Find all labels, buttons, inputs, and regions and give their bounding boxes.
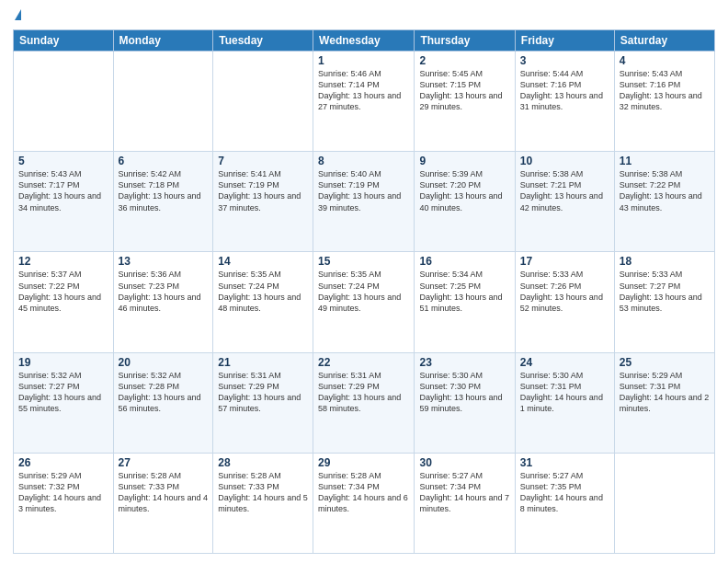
calendar-cell: 5Sunrise: 5:43 AMSunset: 7:17 PMDaylight… xyxy=(14,152,114,252)
day-number: 22 xyxy=(318,356,409,369)
day-number: 31 xyxy=(520,456,609,469)
calendar-cell: 14Sunrise: 5:35 AMSunset: 7:24 PMDayligh… xyxy=(213,252,313,352)
day-detail: Sunrise: 5:40 AMSunset: 7:19 PMDaylight:… xyxy=(318,168,409,213)
day-detail: Sunrise: 5:39 AMSunset: 7:20 PMDaylight:… xyxy=(419,168,509,213)
week-row-2: 5Sunrise: 5:43 AMSunset: 7:17 PMDaylight… xyxy=(14,152,715,252)
day-number: 30 xyxy=(419,456,509,469)
header xyxy=(13,9,715,22)
day-detail: Sunrise: 5:32 AMSunset: 7:28 PMDaylight:… xyxy=(119,370,209,415)
week-row-3: 12Sunrise: 5:37 AMSunset: 7:22 PMDayligh… xyxy=(14,252,715,352)
day-number: 29 xyxy=(318,456,409,469)
calendar-cell: 21Sunrise: 5:31 AMSunset: 7:29 PMDayligh… xyxy=(213,352,313,453)
calendar-cell: 24Sunrise: 5:30 AMSunset: 7:31 PMDayligh… xyxy=(515,352,614,453)
day-number: 20 xyxy=(119,356,209,369)
day-detail: Sunrise: 5:28 AMSunset: 7:33 PMDaylight:… xyxy=(119,470,209,515)
day-detail: Sunrise: 5:44 AMSunset: 7:16 PMDaylight:… xyxy=(520,68,609,113)
calendar-cell: 22Sunrise: 5:31 AMSunset: 7:29 PMDayligh… xyxy=(313,352,415,453)
weekday-header-monday: Monday xyxy=(113,30,213,52)
weekday-header-friday: Friday xyxy=(515,30,614,52)
day-detail: Sunrise: 5:29 AMSunset: 7:31 PMDaylight:… xyxy=(620,370,710,415)
day-number: 28 xyxy=(218,456,308,469)
day-detail: Sunrise: 5:38 AMSunset: 7:21 PMDaylight:… xyxy=(520,168,609,213)
day-number: 2 xyxy=(419,54,509,67)
day-detail: Sunrise: 5:28 AMSunset: 7:33 PMDaylight:… xyxy=(218,470,308,515)
day-number: 15 xyxy=(318,255,409,268)
calendar-cell: 9Sunrise: 5:39 AMSunset: 7:20 PMDaylight… xyxy=(415,152,515,252)
day-number: 21 xyxy=(218,356,308,369)
day-detail: Sunrise: 5:29 AMSunset: 7:32 PMDaylight:… xyxy=(18,470,108,515)
day-number: 1 xyxy=(318,54,409,67)
day-number: 14 xyxy=(218,255,308,268)
calendar-cell: 28Sunrise: 5:28 AMSunset: 7:33 PMDayligh… xyxy=(213,453,313,553)
weekday-header-row: SundayMondayTuesdayWednesdayThursdayFrid… xyxy=(14,30,715,52)
day-detail: Sunrise: 5:42 AMSunset: 7:18 PMDaylight:… xyxy=(119,168,209,213)
day-number: 12 xyxy=(18,255,108,268)
day-number: 10 xyxy=(520,155,609,167)
calendar-cell: 2Sunrise: 5:45 AMSunset: 7:15 PMDaylight… xyxy=(415,52,515,152)
weekday-header-sunday: Sunday xyxy=(14,30,114,52)
calendar-cell: 27Sunrise: 5:28 AMSunset: 7:33 PMDayligh… xyxy=(113,453,213,553)
day-detail: Sunrise: 5:32 AMSunset: 7:27 PMDaylight:… xyxy=(18,370,108,415)
week-row-4: 19Sunrise: 5:32 AMSunset: 7:27 PMDayligh… xyxy=(14,352,715,453)
calendar-cell: 19Sunrise: 5:32 AMSunset: 7:27 PMDayligh… xyxy=(14,352,114,453)
day-number: 9 xyxy=(419,155,509,167)
calendar-cell xyxy=(113,52,213,152)
day-number: 8 xyxy=(318,155,409,167)
day-detail: Sunrise: 5:33 AMSunset: 7:27 PMDaylight:… xyxy=(620,269,710,314)
day-detail: Sunrise: 5:43 AMSunset: 7:17 PMDaylight:… xyxy=(18,168,108,213)
day-detail: Sunrise: 5:46 AMSunset: 7:14 PMDaylight:… xyxy=(318,68,409,113)
day-number: 6 xyxy=(119,155,209,167)
day-number: 5 xyxy=(18,155,108,167)
calendar-cell: 25Sunrise: 5:29 AMSunset: 7:31 PMDayligh… xyxy=(614,352,714,453)
calendar-cell: 6Sunrise: 5:42 AMSunset: 7:18 PMDaylight… xyxy=(113,152,213,252)
day-detail: Sunrise: 5:33 AMSunset: 7:26 PMDaylight:… xyxy=(520,269,609,314)
day-number: 19 xyxy=(18,356,108,369)
day-detail: Sunrise: 5:36 AMSunset: 7:23 PMDaylight:… xyxy=(119,269,209,314)
week-row-1: 1Sunrise: 5:46 AMSunset: 7:14 PMDaylight… xyxy=(14,52,715,152)
day-number: 24 xyxy=(520,356,609,369)
day-number: 26 xyxy=(18,456,108,469)
weekday-header-wednesday: Wednesday xyxy=(313,30,415,52)
weekday-header-thursday: Thursday xyxy=(415,30,515,52)
week-row-5: 26Sunrise: 5:29 AMSunset: 7:32 PMDayligh… xyxy=(14,453,715,553)
day-number: 13 xyxy=(119,255,209,268)
day-number: 25 xyxy=(620,356,710,369)
logo-triangle-icon xyxy=(15,9,21,20)
calendar-cell: 4Sunrise: 5:43 AMSunset: 7:16 PMDaylight… xyxy=(614,52,714,152)
day-detail: Sunrise: 5:35 AMSunset: 7:24 PMDaylight:… xyxy=(218,269,308,314)
calendar-cell: 26Sunrise: 5:29 AMSunset: 7:32 PMDayligh… xyxy=(14,453,114,553)
calendar-cell xyxy=(614,453,714,553)
day-detail: Sunrise: 5:30 AMSunset: 7:31 PMDaylight:… xyxy=(520,370,609,415)
day-detail: Sunrise: 5:35 AMSunset: 7:24 PMDaylight:… xyxy=(318,269,409,314)
day-number: 11 xyxy=(620,155,710,167)
day-detail: Sunrise: 5:38 AMSunset: 7:22 PMDaylight:… xyxy=(620,168,710,213)
calendar-cell: 10Sunrise: 5:38 AMSunset: 7:21 PMDayligh… xyxy=(515,152,614,252)
calendar-cell xyxy=(213,52,313,152)
day-detail: Sunrise: 5:43 AMSunset: 7:16 PMDaylight:… xyxy=(620,68,710,113)
logo xyxy=(13,9,21,22)
calendar-cell: 17Sunrise: 5:33 AMSunset: 7:26 PMDayligh… xyxy=(515,252,614,352)
calendar-cell: 30Sunrise: 5:27 AMSunset: 7:34 PMDayligh… xyxy=(415,453,515,553)
calendar-cell: 16Sunrise: 5:34 AMSunset: 7:25 PMDayligh… xyxy=(415,252,515,352)
calendar-cell: 23Sunrise: 5:30 AMSunset: 7:30 PMDayligh… xyxy=(415,352,515,453)
day-detail: Sunrise: 5:31 AMSunset: 7:29 PMDaylight:… xyxy=(218,370,308,415)
day-number: 3 xyxy=(520,54,609,67)
day-detail: Sunrise: 5:31 AMSunset: 7:29 PMDaylight:… xyxy=(318,370,409,415)
day-number: 7 xyxy=(218,155,308,167)
day-number: 17 xyxy=(520,255,609,268)
calendar-cell: 31Sunrise: 5:27 AMSunset: 7:35 PMDayligh… xyxy=(515,453,614,553)
weekday-header-saturday: Saturday xyxy=(614,30,714,52)
calendar-cell: 13Sunrise: 5:36 AMSunset: 7:23 PMDayligh… xyxy=(113,252,213,352)
calendar-cell: 12Sunrise: 5:37 AMSunset: 7:22 PMDayligh… xyxy=(14,252,114,352)
day-number: 4 xyxy=(620,54,710,67)
calendar-cell: 1Sunrise: 5:46 AMSunset: 7:14 PMDaylight… xyxy=(313,52,415,152)
day-detail: Sunrise: 5:41 AMSunset: 7:19 PMDaylight:… xyxy=(218,168,308,213)
calendar-cell: 7Sunrise: 5:41 AMSunset: 7:19 PMDaylight… xyxy=(213,152,313,252)
calendar-cell: 3Sunrise: 5:44 AMSunset: 7:16 PMDaylight… xyxy=(515,52,614,152)
calendar-table: SundayMondayTuesdayWednesdayThursdayFrid… xyxy=(13,29,715,554)
calendar-cell: 8Sunrise: 5:40 AMSunset: 7:19 PMDaylight… xyxy=(313,152,415,252)
calendar-cell: 15Sunrise: 5:35 AMSunset: 7:24 PMDayligh… xyxy=(313,252,415,352)
page: SundayMondayTuesdayWednesdayThursdayFrid… xyxy=(0,0,728,563)
day-number: 18 xyxy=(620,255,710,268)
day-detail: Sunrise: 5:27 AMSunset: 7:35 PMDaylight:… xyxy=(520,470,609,515)
